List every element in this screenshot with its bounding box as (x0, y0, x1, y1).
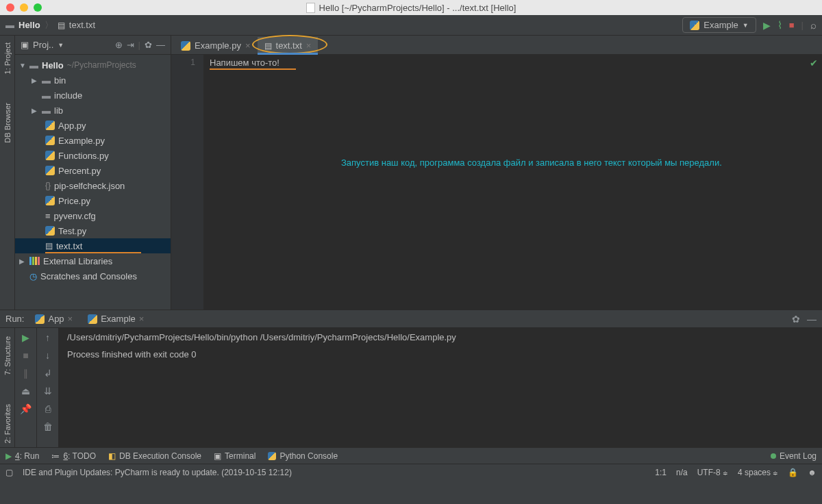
json-icon: {} (45, 181, 51, 190)
debug-button[interactable]: ⌇ (777, 19, 782, 32)
wrap-icon[interactable]: ↲ (44, 368, 52, 379)
python-icon (690, 21, 699, 30)
tree-file[interactable]: ≡pyvenv.cfg (15, 208, 171, 223)
tree-folder[interactable]: ▶▬include (15, 88, 171, 103)
python-console-button[interactable]: Python Console (268, 451, 338, 461)
python-icon (181, 41, 190, 51)
chevron-right-icon[interactable]: ▶ (32, 77, 38, 84)
tree-folder[interactable]: ▶▬bin (15, 73, 171, 88)
close-tab-icon[interactable]: × (306, 40, 312, 51)
code-area[interactable]: Напишем что-то! Запустив наш код, програ… (204, 55, 822, 310)
locate-icon[interactable]: ⊕ (115, 40, 123, 50)
pin-icon[interactable]: 📌 (20, 403, 32, 414)
terminal-button[interactable]: ▣Terminal (214, 451, 256, 461)
db-console-button[interactable]: ◧DB Execution Console (108, 451, 201, 461)
hide-panel-icon[interactable]: — (807, 314, 817, 325)
run-toolwindow-button[interactable]: ▶4: Run (5, 451, 39, 461)
event-log-button[interactable]: Event Log (771, 451, 817, 461)
print-icon[interactable]: ⎙ (45, 403, 51, 414)
run-header: Run: App× Example× ✿ — (0, 310, 822, 328)
settings-gear-icon[interactable]: ✿ (792, 314, 800, 325)
folder-icon: ▬ (42, 75, 51, 86)
breadcrumb[interactable]: ▬ Hello 〉 ▤ text.txt (5, 19, 95, 32)
run-tab[interactable]: Example× (84, 312, 148, 326)
run-controls-column: ▶ ■ ∥ ⏏ 📌 (15, 328, 37, 447)
external-libraries[interactable]: ▶External Libraries (15, 253, 171, 268)
config-icon: ≡ (45, 211, 51, 221)
tree-file[interactable]: Example.py (15, 133, 171, 148)
scroll-icon[interactable]: ⇊ (44, 386, 52, 396)
python-icon (88, 314, 97, 324)
left-tool-rail-lower: 7: Structure 2: Favorites (0, 328, 15, 447)
tree-file[interactable]: Functions.py (15, 148, 171, 163)
text-file-icon: ▤ (58, 21, 65, 30)
tree-file-selected[interactable]: ▤text.txt (15, 238, 171, 253)
libraries-icon (29, 257, 40, 265)
editor-body[interactable]: 1 Напишем что-то! Запустив наш код, прог… (171, 55, 822, 310)
status-message[interactable]: IDE and Plugin Updates: PyCharm is ready… (23, 468, 292, 477)
tree-file[interactable]: {}pip-selfcheck.json (15, 178, 171, 193)
tree-file[interactable]: Test.py (15, 223, 171, 238)
line-number: 1 (171, 58, 195, 67)
text-file-icon: ▤ (45, 241, 53, 251)
chevron-right-icon[interactable]: ▶ (19, 257, 26, 265)
hide-panel-icon[interactable]: — (156, 40, 165, 50)
run-label: Run: (5, 314, 24, 324)
tree-root[interactable]: ▼ ▬ Hello ~/PycharmProjects (15, 58, 171, 73)
editor-tab[interactable]: Example.py × (174, 37, 258, 54)
stop-icon[interactable]: ■ (23, 350, 28, 361)
pause-icon[interactable]: ∥ (23, 368, 28, 379)
cursor-position[interactable]: 1:1 (655, 468, 667, 477)
exit-icon[interactable]: ⏏ (21, 386, 30, 396)
project-panel-header: ▣ Proj..▼ ⊕ ⇥ | ✿ — (15, 36, 171, 55)
stop-button[interactable]: ■ (789, 20, 795, 30)
todo-toolwindow-button[interactable]: ≔6: TODO (51, 451, 96, 461)
run-config-selector[interactable]: Example ▼ (682, 17, 756, 33)
db-browser-tool-button[interactable]: DB Browser (3, 99, 12, 147)
project-tool-button[interactable]: 1: Project (3, 38, 12, 78)
search-icon[interactable]: ⌕ (810, 19, 817, 31)
tree-file[interactable]: Percent.py (15, 163, 171, 178)
close-tab-icon[interactable]: × (245, 40, 251, 51)
encoding-selector[interactable]: UTF-8 ≑ (697, 468, 728, 477)
indent-selector[interactable]: 4 spaces ≑ (738, 468, 778, 477)
up-icon[interactable]: ↑ (45, 332, 50, 343)
favorites-tool-button[interactable]: 2: Favorites (3, 400, 12, 447)
code-line: Напишем что-то! (210, 58, 817, 68)
editor-tab-active[interactable]: ▤ text.txt × (258, 37, 319, 54)
tree-file[interactable]: Price.py (15, 193, 171, 208)
inspector-icon[interactable]: ☻ (808, 468, 817, 477)
scratch-icon: ◷ (29, 271, 37, 281)
file-icon (306, 3, 315, 13)
down-icon[interactable]: ↓ (45, 350, 50, 361)
tree-file[interactable]: App.py (15, 118, 171, 133)
trash-icon[interactable]: 🗑 (43, 421, 53, 432)
line-sep[interactable]: n/a (676, 468, 688, 477)
settings-gear-icon[interactable]: ✿ (145, 40, 152, 50)
chevron-down-icon: ▼ (743, 22, 749, 29)
project-tree[interactable]: ▼ ▬ Hello ~/PycharmProjects ▶▬bin ▶▬incl… (15, 55, 171, 286)
chevron-right-icon[interactable]: ▶ (32, 107, 38, 114)
rerun-icon[interactable]: ▶ (22, 332, 29, 343)
project-panel-title[interactable]: Proj.. (33, 40, 53, 50)
lock-icon[interactable]: 🔒 (788, 468, 798, 477)
run-button[interactable]: ▶ (763, 20, 771, 31)
close-tab-icon[interactable]: × (139, 314, 145, 324)
collapse-icon[interactable]: ⇥ (127, 40, 134, 50)
tree-folder[interactable]: ▶▬lib (15, 103, 171, 118)
toolwindows-icon[interactable]: ▢ (5, 468, 13, 477)
text-file-icon: ▤ (264, 41, 272, 51)
chevron-right-icon: 〉 (45, 19, 53, 32)
annotation-caption: Запустив наш код, программа создала файл… (341, 158, 722, 168)
chevron-down-icon[interactable]: ▼ (19, 62, 26, 69)
run-tool-window: Run: App× Example× ✿ — 7: Structure 2: F… (0, 310, 822, 447)
scratches-consoles[interactable]: ▶◷Scratches and Consoles (15, 268, 171, 284)
structure-tool-button[interactable]: 7: Structure (3, 332, 12, 379)
navigation-bar: ▬ Hello 〉 ▤ text.txt Example ▼ ▶ ⌇ ■ | ⌕ (0, 15, 822, 36)
close-tab-icon[interactable]: × (68, 314, 73, 324)
run-console[interactable]: /Users/dmitriy/PycharmProjects/Hello/bin… (59, 328, 822, 447)
python-icon (45, 226, 55, 236)
run-tab[interactable]: App× (31, 312, 77, 326)
python-icon (35, 314, 45, 324)
status-bar: ▢ IDE and Plugin Updates: PyCharm is rea… (0, 464, 822, 480)
